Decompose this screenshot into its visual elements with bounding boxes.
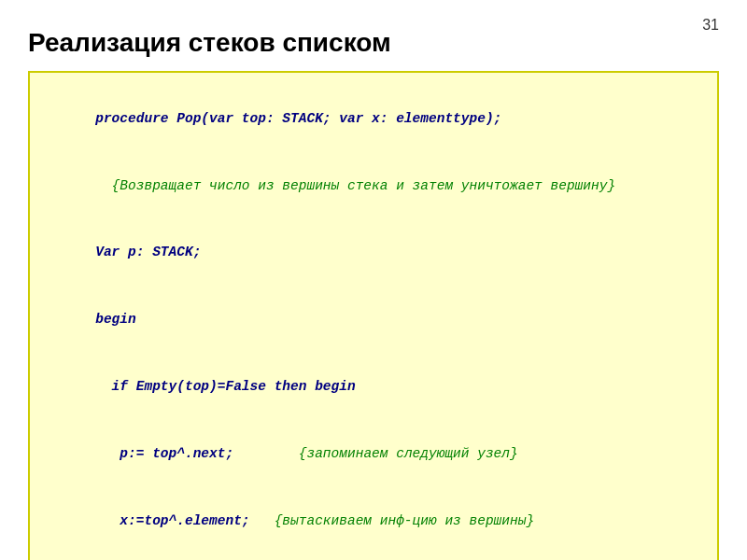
code-line-8: dispose(top); {уничтожаем вершину} bbox=[47, 554, 700, 560]
code-line-2: {Возвращает число из вершины стека и зат… bbox=[47, 153, 700, 220]
code-line-3: Var p: STACK; bbox=[47, 220, 700, 287]
code-line-7: x:=top^.element; {вытаскиваем инф-цию из… bbox=[47, 488, 700, 555]
keyword-begin: begin bbox=[95, 312, 136, 327]
slide-page: 31 Реализация стеков списком procedure P… bbox=[0, 0, 747, 560]
slide-title: Реализация стеков списком bbox=[28, 28, 719, 58]
comment-1: {Возвращает число из вершины стека и зат… bbox=[95, 178, 615, 193]
code-line-1: procedure Pop(var top: STACK; var x: ele… bbox=[47, 86, 700, 153]
page-number: 31 bbox=[702, 17, 719, 34]
code-line-6: p:= top^.next; {запоминаем следующий узе… bbox=[47, 421, 700, 488]
keyword-if: if Empty(top)=False then begin bbox=[95, 379, 355, 394]
keyword-procedure: procedure Pop(var top: STACK; var x: ele… bbox=[95, 111, 501, 126]
code-line-5: if Empty(top)=False then begin bbox=[47, 354, 700, 421]
keyword-var: Var p: STACK; bbox=[95, 245, 201, 259]
code-assign-2: x:=top^.element; bbox=[95, 513, 249, 528]
code-line-4: begin bbox=[47, 287, 700, 354]
comment-3: {вытаскиваем инф-цию из вершины} bbox=[250, 513, 535, 528]
code-assign-1: p:= top^.next; bbox=[95, 446, 233, 461]
comment-2: {запоминаем следующий узел} bbox=[233, 446, 518, 461]
code-block: procedure Pop(var top: STACK; var x: ele… bbox=[28, 71, 719, 560]
